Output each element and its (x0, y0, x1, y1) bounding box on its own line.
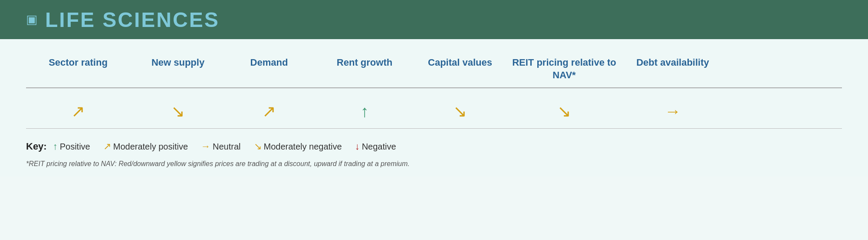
key-arrow-moderately-negative: ↘ (254, 141, 262, 152)
col-header-new-supply: New supply (130, 57, 226, 81)
table-wrapper: Sector ratingNew supplyDemandRent growth… (26, 57, 842, 129)
column-headers: Sector ratingNew supplyDemandRent growth… (26, 57, 842, 88)
col-value-debt-availability: → (625, 103, 720, 120)
col-value-reit-pricing: ↘ (503, 103, 625, 120)
arrow-capital-values: ↘ (453, 103, 467, 120)
key-item-negative: ↓Negative (355, 141, 396, 152)
column-values: ↗↘↗↑↘↘→ (26, 94, 842, 129)
key-item-positive: ↑Positive (53, 141, 90, 152)
key-item-moderately-positive: ↗Moderately positive (103, 141, 188, 152)
col-value-capital-values: ↘ (417, 103, 503, 120)
col-value-rent-growth: ↑ (312, 103, 417, 120)
key-arrow-negative: ↓ (355, 141, 360, 152)
col-header-demand: Demand (226, 57, 312, 81)
col-header-sector-rating: Sector rating (26, 57, 130, 81)
col-header-debt-availability: Debt availability (625, 57, 720, 81)
key-label-text-positive: Positive (60, 142, 90, 152)
col-value-demand: ↗ (226, 103, 312, 120)
col-value-sector-rating: ↗ (26, 103, 130, 120)
arrow-new-supply: ↘ (171, 103, 185, 120)
key-label: Key: (26, 141, 47, 152)
arrow-reit-pricing: ↘ (557, 103, 571, 120)
arrow-demand: ↗ (262, 103, 276, 120)
key-arrow-moderately-positive: ↗ (103, 141, 111, 152)
header-bar: ▣ LIFE SCIENCES (0, 0, 868, 39)
key-label-text-moderately-positive: Moderately positive (113, 142, 188, 152)
header-title: LIFE SCIENCES (45, 8, 220, 32)
col-value-new-supply: ↘ (130, 103, 226, 120)
key-arrow-positive: ↑ (53, 141, 58, 152)
footnote: *REIT pricing relative to NAV: Red/downw… (26, 160, 842, 168)
col-header-reit-pricing: REIT pricing relative to NAV* (503, 57, 625, 81)
arrow-rent-growth: ↑ (361, 103, 369, 120)
key-item-neutral: →Neutral (201, 141, 240, 152)
main-content: Sector ratingNew supplyDemandRent growth… (0, 39, 868, 177)
key-row: Key: ↑Positive↗Moderately positive→Neutr… (26, 141, 842, 152)
key-label-text-neutral: Neutral (213, 142, 240, 152)
arrow-debt-availability: → (664, 103, 681, 120)
key-arrow-neutral: → (201, 141, 210, 152)
arrow-sector-rating: ↗ (71, 103, 85, 120)
header-icon: ▣ (26, 13, 37, 26)
key-label-text-negative: Negative (362, 142, 396, 152)
col-header-capital-values: Capital values (417, 57, 503, 81)
key-item-moderately-negative: ↘Moderately negative (254, 141, 342, 152)
key-label-text-moderately-negative: Moderately negative (264, 142, 342, 152)
col-header-rent-growth: Rent growth (312, 57, 417, 81)
